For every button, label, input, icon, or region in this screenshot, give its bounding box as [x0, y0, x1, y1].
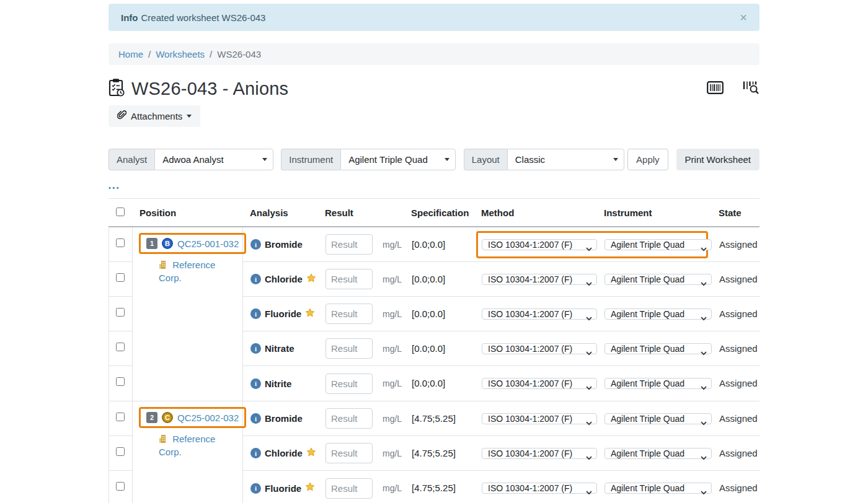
instrument-row-select[interactable]: Agilent Triple Quad — [604, 343, 712, 354]
state-badge: Assigned — [719, 343, 758, 354]
method-select[interactable]: ISO 10304-1:2007 (F) — [482, 308, 597, 320]
alert-title: Info — [121, 12, 138, 23]
method-select[interactable]: ISO 10304-1:2007 (F) — [482, 378, 597, 389]
info-icon[interactable]: i — [250, 343, 261, 354]
result-input[interactable] — [326, 234, 373, 255]
header-analysis: Analysis — [242, 208, 317, 218]
info-icon[interactable]: i — [250, 274, 261, 284]
result-input[interactable] — [326, 408, 373, 429]
attachments-dropdown[interactable]: Attachments — [108, 105, 200, 127]
breadcrumb-worksheets[interactable]: Worksheets — [156, 49, 205, 59]
analysis-name: Chloride — [265, 448, 303, 458]
table-header-row: Position Analysis Result Specification M… — [108, 199, 760, 227]
breadcrumb-home[interactable]: Home — [118, 49, 143, 59]
position-highlight-box: 1 B QC25-001-032 — [139, 233, 246, 254]
barcode-search-icon[interactable] — [742, 81, 760, 97]
instrument-select[interactable]: Agilent Triple Quad — [340, 149, 456, 170]
info-icon[interactable]: i — [250, 378, 261, 389]
result-input[interactable] — [326, 443, 373, 463]
result-input[interactable] — [326, 338, 373, 359]
worksheet-table: Position Analysis Result Specification M… — [108, 198, 760, 503]
toggle-columns-button[interactable]: ••• — [108, 184, 120, 191]
method-select[interactable]: ISO 10304-1:2007 (F) — [482, 274, 597, 285]
method-select[interactable]: ISO 10304-1:2007 (F) — [482, 483, 597, 494]
method-select[interactable]: ISO 10304-1:2007 (F) — [482, 413, 597, 424]
close-icon[interactable]: × — [740, 11, 747, 24]
specification-value: [4.75;5.25] — [412, 448, 456, 458]
analysis-row: i Chloride mg/L [4.75;5.25] ISO 10304-1:… — [243, 436, 760, 471]
row-checkbox[interactable] — [116, 273, 125, 282]
sample-id-link[interactable]: QC25-001-032 — [177, 238, 239, 249]
analysis-row: i Nitrate mg/L [0.0;0.0] ISO 10304-1:200… — [243, 331, 760, 366]
header-instrument: Instrument — [596, 208, 711, 218]
organization-icon — [159, 434, 172, 444]
row-checkbox[interactable] — [116, 377, 125, 386]
client-link-block: Reference Corp. — [159, 258, 228, 284]
method-select[interactable]: ISO 10304-1:2007 (F) — [482, 343, 597, 354]
state-badge: Assigned — [719, 308, 758, 319]
specification-value: [0.0;0.0] — [412, 343, 445, 354]
unit-label: mg/L — [383, 414, 402, 424]
analysis-name: Bromide — [265, 239, 303, 250]
position-group-1: 1 B QC25-001-032 Reference Corp. — [108, 227, 760, 401]
instrument-row-select[interactable]: Agilent Triple Quad — [604, 378, 712, 389]
breadcrumb-separator: / — [148, 49, 151, 59]
organization-icon — [159, 260, 172, 270]
sample-id-link[interactable]: QC25-002-032 — [177, 413, 239, 423]
result-input[interactable] — [326, 269, 373, 289]
accredited-star-icon — [306, 273, 316, 286]
instrument-row-select[interactable]: Agilent Triple Quad — [604, 274, 712, 285]
instrument-row-select[interactable]: Agilent Triple Quad — [604, 483, 712, 494]
result-input[interactable] — [326, 304, 373, 324]
info-icon[interactable]: i — [250, 308, 261, 319]
row-checkbox[interactable] — [116, 482, 125, 491]
analysis-name: Bromide — [265, 413, 303, 424]
barcode-icon[interactable] — [707, 81, 724, 96]
header-result: Result — [317, 208, 404, 218]
info-icon[interactable]: i — [250, 239, 261, 250]
analysis-name: Nitrate — [265, 343, 294, 354]
info-icon[interactable]: i — [250, 448, 261, 458]
result-input[interactable] — [326, 478, 373, 499]
row-checkbox[interactable] — [116, 238, 125, 247]
layout-select[interactable]: Classic — [507, 149, 624, 170]
alert-message: Created worksheet WS26-043 — [141, 12, 266, 23]
analysis-row: i Bromide mg/L [4.75;5.25] ISO 10304-1:2… — [243, 401, 760, 436]
specification-value: [0.0;0.0] — [412, 378, 445, 388]
worksheet-icon — [108, 78, 125, 99]
analysis-row: i Nitrite mg/L [0.0;0.0] ISO 10304-1:200… — [243, 366, 760, 401]
method-select[interactable]: ISO 10304-1:2007 (F) — [482, 448, 597, 459]
client-link-block: Reference Corp. — [159, 432, 228, 458]
header-method: Method — [474, 208, 596, 218]
specification-value: [0.0;0.0] — [412, 274, 445, 284]
chevron-down-icon — [187, 115, 192, 118]
row-checkbox[interactable] — [116, 413, 125, 421]
analysis-name: Fluoride — [265, 483, 301, 494]
result-input[interactable] — [326, 374, 373, 394]
accredited-star-icon — [305, 308, 315, 320]
analysis-name: Chloride — [265, 274, 303, 284]
instrument-row-select[interactable]: Agilent Triple Quad — [604, 448, 712, 459]
print-worksheet-button[interactable]: Print Worksheet — [676, 149, 760, 170]
info-icon[interactable]: i — [250, 483, 261, 494]
layout-label: Layout — [464, 149, 507, 170]
method-select[interactable]: ISO 10304-1:2007 (F) — [482, 239, 597, 250]
instrument-row-select[interactable]: Agilent Triple Quad — [604, 239, 712, 250]
state-badge: Assigned — [719, 413, 758, 424]
state-badge: Assigned — [719, 483, 758, 493]
instrument-row-select[interactable]: Agilent Triple Quad — [604, 308, 712, 320]
apply-button[interactable]: Apply — [627, 149, 668, 170]
analyst-select[interactable]: Adwoa Analyst — [154, 149, 273, 170]
instrument-row-select[interactable]: Agilent Triple Quad — [604, 413, 712, 424]
breadcrumb-current: WS26-043 — [217, 49, 261, 59]
row-checkbox[interactable] — [116, 447, 125, 456]
paperclip-icon — [117, 110, 126, 122]
select-all-checkbox[interactable] — [116, 208, 125, 216]
attachments-label: Attachments — [131, 111, 182, 121]
state-badge: Assigned — [719, 378, 758, 388]
position-number-badge: 2 — [146, 412, 157, 423]
row-checkbox[interactable] — [116, 343, 125, 351]
row-checkbox[interactable] — [116, 308, 125, 317]
info-icon[interactable]: i — [250, 413, 261, 424]
specification-value: [0.0;0.0] — [412, 239, 445, 250]
